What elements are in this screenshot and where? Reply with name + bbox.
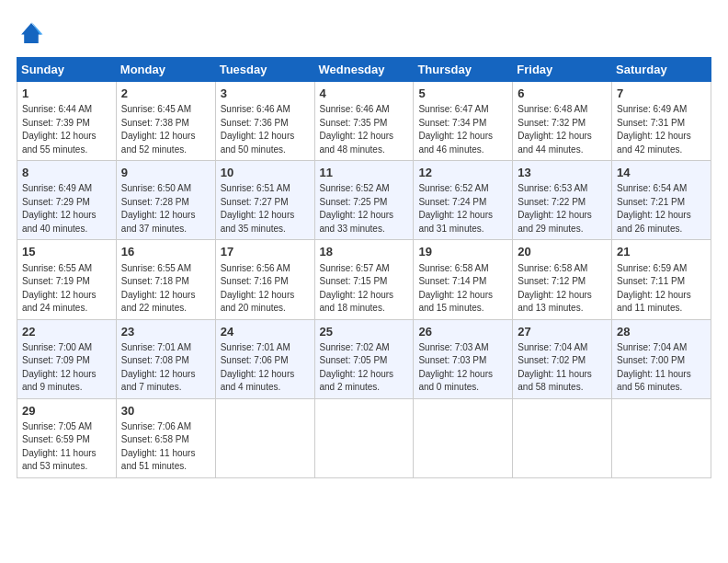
col-header-tuesday: Tuesday [215, 58, 314, 82]
calendar-cell [215, 398, 314, 477]
calendar-cell: 20Sunrise: 6:58 AMSunset: 7:12 PMDayligh… [513, 240, 612, 319]
page: SundayMondayTuesdayWednesdayThursdayFrid… [0, 0, 728, 488]
calendar-table: SundayMondayTuesdayWednesdayThursdayFrid… [17, 57, 711, 478]
logo [17, 20, 48, 50]
day-number: 23 [121, 324, 210, 340]
cell-details: Sunrise: 7:04 AMSunset: 7:02 PMDaylight:… [518, 341, 607, 395]
cell-details: Sunrise: 6:49 AMSunset: 7:29 PMDaylight:… [22, 182, 111, 236]
day-number: 18 [320, 244, 409, 260]
cell-details: Sunrise: 6:46 AMSunset: 7:35 PMDaylight:… [320, 103, 409, 156]
svg-marker-0 [21, 23, 41, 43]
day-number: 13 [518, 165, 607, 181]
day-number: 1 [22, 86, 111, 102]
cell-details: Sunrise: 6:58 AMSunset: 7:12 PMDaylight:… [518, 262, 607, 316]
calendar-cell: 24Sunrise: 7:01 AMSunset: 7:06 PMDayligh… [215, 319, 314, 398]
cell-details: Sunrise: 7:01 AMSunset: 7:06 PMDaylight:… [221, 341, 310, 395]
logo-icon [18, 20, 44, 46]
col-header-thursday: Thursday [414, 58, 513, 82]
day-number: 25 [320, 324, 409, 340]
col-header-sunday: Sunday [17, 58, 117, 82]
header [17, 17, 711, 50]
calendar-cell: 26Sunrise: 7:03 AMSunset: 7:03 PMDayligh… [414, 319, 513, 398]
day-number: 9 [121, 165, 210, 181]
calendar-cell: 28Sunrise: 7:04 AMSunset: 7:00 PMDayligh… [612, 319, 711, 398]
day-number: 24 [221, 324, 310, 340]
day-number: 30 [121, 403, 210, 419]
col-header-wednesday: Wednesday [314, 58, 414, 82]
calendar-cell: 2Sunrise: 6:45 AMSunset: 7:38 PMDaylight… [116, 82, 215, 161]
calendar-cell: 6Sunrise: 6:48 AMSunset: 7:32 PMDaylight… [513, 82, 612, 161]
calendar-cell: 3Sunrise: 6:46 AMSunset: 7:36 PMDaylight… [215, 82, 314, 161]
cell-details: Sunrise: 6:44 AMSunset: 7:39 PMDaylight:… [22, 103, 111, 156]
calendar-week-3: 15Sunrise: 6:55 AMSunset: 7:19 PMDayligh… [17, 240, 711, 319]
calendar-cell: 11Sunrise: 6:52 AMSunset: 7:25 PMDayligh… [314, 161, 414, 240]
day-number: 20 [518, 244, 607, 260]
calendar-cell: 21Sunrise: 6:59 AMSunset: 7:11 PMDayligh… [612, 240, 711, 319]
day-number: 19 [418, 244, 507, 260]
calendar-cell [414, 398, 513, 477]
day-number: 11 [320, 165, 409, 181]
day-number: 4 [320, 86, 409, 102]
calendar-cell: 19Sunrise: 6:58 AMSunset: 7:14 PMDayligh… [414, 240, 513, 319]
day-number: 3 [221, 86, 310, 102]
col-header-monday: Monday [116, 58, 215, 82]
cell-details: Sunrise: 7:02 AMSunset: 7:05 PMDaylight:… [320, 341, 409, 395]
cell-details: Sunrise: 6:49 AMSunset: 7:31 PMDaylight:… [617, 103, 706, 156]
day-number: 10 [221, 165, 310, 181]
calendar-week-1: 1Sunrise: 6:44 AMSunset: 7:39 PMDaylight… [17, 82, 711, 161]
cell-details: Sunrise: 6:51 AMSunset: 7:27 PMDaylight:… [221, 182, 310, 236]
calendar-cell: 12Sunrise: 6:52 AMSunset: 7:24 PMDayligh… [414, 161, 513, 240]
day-number: 5 [418, 86, 507, 102]
calendar-cell: 5Sunrise: 6:47 AMSunset: 7:34 PMDaylight… [414, 82, 513, 161]
day-number: 6 [518, 86, 607, 102]
cell-details: Sunrise: 6:45 AMSunset: 7:38 PMDaylight:… [121, 103, 210, 156]
day-number: 15 [22, 244, 111, 260]
day-number: 29 [22, 403, 111, 419]
calendar-cell: 18Sunrise: 6:57 AMSunset: 7:15 PMDayligh… [314, 240, 414, 319]
cell-details: Sunrise: 6:59 AMSunset: 7:11 PMDaylight:… [617, 262, 706, 316]
calendar-week-4: 22Sunrise: 7:00 AMSunset: 7:09 PMDayligh… [17, 319, 711, 398]
day-number: 26 [418, 324, 507, 340]
day-number: 16 [121, 244, 210, 260]
day-number: 14 [617, 165, 706, 181]
day-number: 21 [617, 244, 706, 260]
calendar-cell: 16Sunrise: 6:55 AMSunset: 7:18 PMDayligh… [116, 240, 215, 319]
cell-details: Sunrise: 6:55 AMSunset: 7:19 PMDaylight:… [22, 262, 111, 316]
cell-details: Sunrise: 7:03 AMSunset: 7:03 PMDaylight:… [418, 341, 507, 395]
cell-details: Sunrise: 6:52 AMSunset: 7:24 PMDaylight:… [418, 182, 507, 236]
day-number: 2 [121, 86, 210, 102]
calendar-cell [612, 398, 711, 477]
cell-details: Sunrise: 6:57 AMSunset: 7:15 PMDaylight:… [320, 262, 409, 316]
day-number: 17 [221, 244, 310, 260]
cell-details: Sunrise: 6:52 AMSunset: 7:25 PMDaylight:… [320, 182, 409, 236]
calendar-header-row: SundayMondayTuesdayWednesdayThursdayFrid… [17, 58, 711, 82]
day-number: 27 [518, 324, 607, 340]
cell-details: Sunrise: 6:55 AMSunset: 7:18 PMDaylight:… [121, 262, 210, 316]
calendar-cell: 8Sunrise: 6:49 AMSunset: 7:29 PMDaylight… [17, 161, 117, 240]
day-number: 28 [617, 324, 706, 340]
cell-details: Sunrise: 6:56 AMSunset: 7:16 PMDaylight:… [221, 262, 310, 316]
calendar-cell: 9Sunrise: 6:50 AMSunset: 7:28 PMDaylight… [116, 161, 215, 240]
calendar-cell: 14Sunrise: 6:54 AMSunset: 7:21 PMDayligh… [612, 161, 711, 240]
cell-details: Sunrise: 7:05 AMSunset: 6:59 PMDaylight:… [22, 420, 111, 474]
calendar-cell: 13Sunrise: 6:53 AMSunset: 7:22 PMDayligh… [513, 161, 612, 240]
cell-details: Sunrise: 6:50 AMSunset: 7:28 PMDaylight:… [121, 182, 210, 236]
day-number: 12 [418, 165, 507, 181]
calendar-cell: 29Sunrise: 7:05 AMSunset: 6:59 PMDayligh… [17, 398, 117, 477]
calendar-cell: 17Sunrise: 6:56 AMSunset: 7:16 PMDayligh… [215, 240, 314, 319]
calendar-cell: 22Sunrise: 7:00 AMSunset: 7:09 PMDayligh… [17, 319, 117, 398]
col-header-saturday: Saturday [612, 58, 711, 82]
calendar-cell: 1Sunrise: 6:44 AMSunset: 7:39 PMDaylight… [17, 82, 117, 161]
day-number: 8 [22, 165, 111, 181]
calendar-cell: 30Sunrise: 7:06 AMSunset: 6:58 PMDayligh… [116, 398, 215, 477]
cell-details: Sunrise: 6:53 AMSunset: 7:22 PMDaylight:… [518, 182, 607, 236]
calendar-cell: 4Sunrise: 6:46 AMSunset: 7:35 PMDaylight… [314, 82, 414, 161]
cell-details: Sunrise: 7:04 AMSunset: 7:00 PMDaylight:… [617, 341, 706, 395]
cell-details: Sunrise: 6:46 AMSunset: 7:36 PMDaylight:… [221, 103, 310, 156]
cell-details: Sunrise: 6:47 AMSunset: 7:34 PMDaylight:… [418, 103, 507, 156]
calendar-cell: 10Sunrise: 6:51 AMSunset: 7:27 PMDayligh… [215, 161, 314, 240]
calendar-week-2: 8Sunrise: 6:49 AMSunset: 7:29 PMDaylight… [17, 161, 711, 240]
cell-details: Sunrise: 7:01 AMSunset: 7:08 PMDaylight:… [121, 341, 210, 395]
cell-details: Sunrise: 6:48 AMSunset: 7:32 PMDaylight:… [518, 103, 607, 156]
calendar-cell: 7Sunrise: 6:49 AMSunset: 7:31 PMDaylight… [612, 82, 711, 161]
